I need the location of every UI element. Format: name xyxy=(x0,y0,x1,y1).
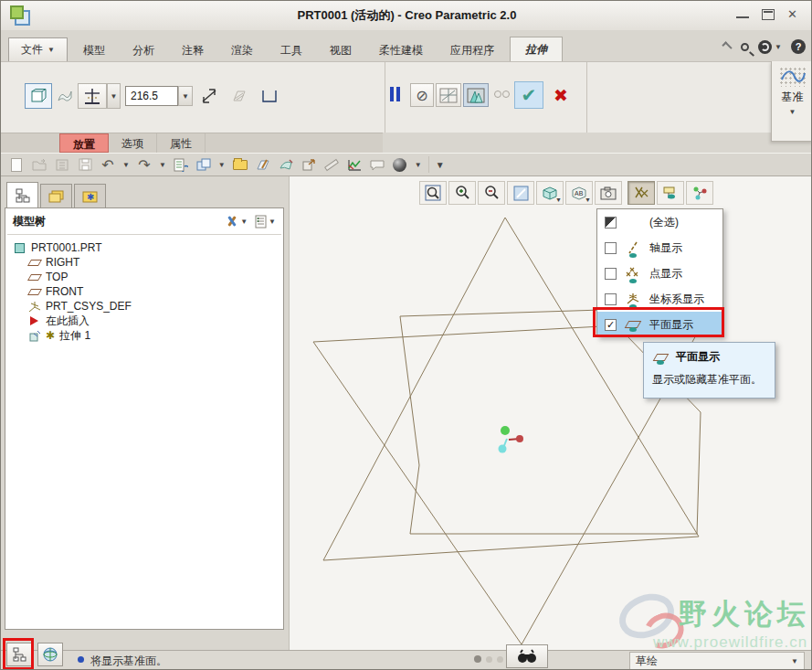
zoom-fit-button[interactable] xyxy=(419,181,447,205)
open-session-folder-button[interactable] xyxy=(232,156,248,173)
flip-direction-button[interactable] xyxy=(198,85,220,107)
selection-filter-dropdown[interactable]: 草绘 ▼ xyxy=(629,652,805,670)
toggle-navigator-button[interactable] xyxy=(6,643,32,666)
help-icon[interactable]: ? xyxy=(791,39,806,54)
measure-button[interactable] xyxy=(323,156,340,173)
tooltip-title: 平面显示 xyxy=(676,349,720,365)
tab-extrude-active[interactable]: 拉伸 xyxy=(510,37,563,62)
display-style-button[interactable]: ▼ xyxy=(536,181,564,205)
axis-display-checkbox[interactable] xyxy=(605,242,617,254)
repaint-button[interactable] xyxy=(507,181,534,205)
spin-center-button[interactable] xyxy=(686,181,713,205)
annotation-display-button[interactable] xyxy=(657,181,684,205)
shaded-preview-button[interactable] xyxy=(463,83,489,107)
tab-model[interactable]: 模型 xyxy=(71,39,117,62)
depth-value: 216.5 xyxy=(131,90,158,102)
copy-geometry-button[interactable] xyxy=(278,156,294,173)
import-button[interactable] xyxy=(54,156,70,173)
menu-item-point-display[interactable]: 点显示 xyxy=(597,261,722,286)
tab-folder-browser[interactable] xyxy=(40,184,72,208)
tab-render[interactable]: 渲染 xyxy=(219,39,265,62)
tree-item-insert-here[interactable]: 在此插入 xyxy=(27,314,283,328)
pause-button[interactable] xyxy=(390,87,400,101)
tree-item-csys[interactable]: PRT_CSYS_DEF xyxy=(27,299,283,314)
redo-dropdown[interactable]: ▼ xyxy=(159,161,166,169)
depth-option-button[interactable] xyxy=(78,83,107,109)
tab-applications[interactable]: 应用程序 xyxy=(438,39,506,62)
solid-extrude-button[interactable] xyxy=(25,83,52,109)
tab-options[interactable]: 选项 xyxy=(109,133,157,153)
menu-item-select-all[interactable]: (全选) xyxy=(597,209,722,235)
new-file-button[interactable] xyxy=(8,156,25,173)
undo-button[interactable]: ↶ xyxy=(100,156,116,173)
windows-button[interactable] xyxy=(195,156,212,173)
cancel-button[interactable]: ✖ xyxy=(549,83,573,107)
tree-item-front-plane[interactable]: FRONT xyxy=(27,284,283,299)
tab-placement[interactable]: 放置 xyxy=(59,133,109,153)
sync-icon xyxy=(758,40,772,54)
redo-button[interactable]: ↷ xyxy=(136,156,153,173)
select-all-checkbox[interactable] xyxy=(605,217,617,229)
tab-view[interactable]: 视图 xyxy=(318,39,364,62)
minimize-button[interactable] xyxy=(736,9,749,18)
appearance-gallery-button[interactable] xyxy=(392,156,408,173)
windows-dropdown[interactable]: ▼ xyxy=(218,161,226,169)
appearance-dropdown[interactable]: ▼ xyxy=(415,161,422,169)
depth-value-dropdown[interactable]: ▼ xyxy=(178,86,193,106)
message-log-button[interactable] xyxy=(369,156,385,173)
zoom-out-button[interactable] xyxy=(478,181,505,205)
tab-flexible-modeling[interactable]: 柔性建模 xyxy=(367,39,435,62)
surface-extrude-button[interactable] xyxy=(54,85,76,107)
verify-glasses-button[interactable] xyxy=(494,90,510,98)
no-preview-button[interactable]: ⊘ xyxy=(410,83,434,107)
close-button[interactable]: ✕ xyxy=(787,9,800,20)
menu-item-csys-display[interactable]: 坐标系显示 xyxy=(597,286,722,312)
tree-filters-button[interactable]: ▼ xyxy=(255,215,276,229)
wireframe-preview-button[interactable] xyxy=(436,83,461,107)
tree-settings-button[interactable]: ▼ xyxy=(225,215,248,229)
saved-views-button[interactable]: AB ▼ xyxy=(565,181,593,205)
relations-graph-button[interactable] xyxy=(346,156,363,173)
find-button[interactable] xyxy=(506,644,548,668)
depth-value-input[interactable]: 216.5 xyxy=(125,86,178,106)
toggle-browser-button[interactable] xyxy=(37,643,63,666)
point-display-checkbox[interactable] xyxy=(605,268,617,280)
menu-item-plane-display[interactable]: ✓ 平面显示 xyxy=(597,312,722,337)
chevron-down-icon[interactable]: ▼ xyxy=(789,108,796,116)
ok-button[interactable]: ✔ xyxy=(514,81,543,109)
datum-display-filters-button[interactable] xyxy=(627,181,655,205)
restore-button[interactable] xyxy=(762,9,775,20)
undo-dropdown[interactable]: ▼ xyxy=(122,161,130,169)
publish-geometry-button[interactable] xyxy=(301,156,317,173)
minimize-ribbon-icon[interactable] xyxy=(722,41,732,51)
tab-file[interactable]: 文件 ▼ xyxy=(8,37,68,62)
plane-display-checkbox[interactable]: ✓ xyxy=(605,319,617,331)
open-button[interactable] xyxy=(31,156,47,173)
tab-model-tree[interactable] xyxy=(6,182,38,208)
tab-annotate[interactable]: 注释 xyxy=(170,39,216,62)
remove-material-button[interactable] xyxy=(227,85,249,107)
csys-display-checkbox[interactable] xyxy=(605,293,617,305)
tab-tools[interactable]: 工具 xyxy=(269,39,314,62)
tree-item-top-plane[interactable]: TOP xyxy=(27,270,283,284)
toolbar-overflow-dropdown[interactable]: ▼ xyxy=(436,160,445,170)
no-preview-icon: ⊘ xyxy=(416,87,427,104)
tab-analysis[interactable]: 分析 xyxy=(121,39,166,62)
datum-plane-icon xyxy=(27,274,41,281)
edit-definition-button[interactable] xyxy=(255,156,271,173)
save-button[interactable] xyxy=(77,156,93,173)
search-icon[interactable] xyxy=(741,43,749,51)
depth-option-dropdown[interactable]: ▼ xyxy=(107,83,121,109)
regenerate-button[interactable] xyxy=(173,156,189,173)
tree-item-part[interactable]: PRT0001.PRT xyxy=(13,240,283,255)
tab-favorites[interactable]: ✱ xyxy=(74,184,106,208)
tree-item-extrude1[interactable]: ✱ 拉伸 1 xyxy=(27,328,283,343)
zoom-in-button[interactable] xyxy=(448,181,476,205)
menu-item-axis-display[interactable]: 轴显示 xyxy=(597,235,722,261)
tab-properties[interactable]: 属性 xyxy=(157,133,206,153)
thicken-sketch-button[interactable] xyxy=(258,85,280,107)
sync-menu[interactable]: ▼ xyxy=(758,40,782,54)
capture-image-button[interactable] xyxy=(595,181,622,205)
datum-group-panel[interactable]: 基准 ▼ xyxy=(771,61,812,142)
tree-item-right-plane[interactable]: RIGHT xyxy=(27,255,283,270)
